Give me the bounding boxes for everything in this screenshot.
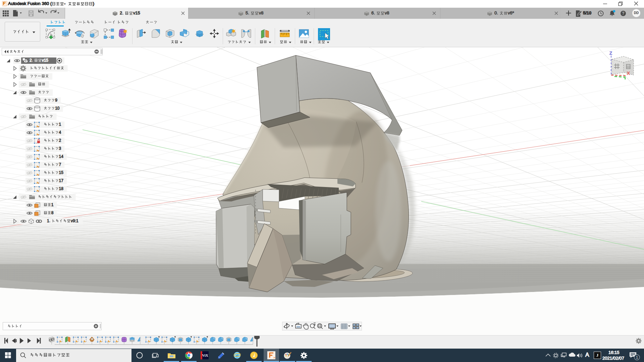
svg-text:Autodesk Fusion 360 (: Autodesk Fusion 360 ( bbox=[8, 1, 52, 6]
svg-text:7: 7 bbox=[59, 162, 61, 167]
svg-text:2: 2 bbox=[30, 58, 32, 63]
svg-text:v15: v15 bbox=[42, 58, 49, 63]
svg-text:v8: v8 bbox=[259, 10, 264, 15]
svg-text:v8: v8 bbox=[385, 10, 389, 15]
svg-text:1: 1 bbox=[636, 355, 638, 359]
svg-text:17: 17 bbox=[59, 178, 64, 183]
svg-text:0: 0 bbox=[494, 10, 497, 15]
svg-text:1: 1 bbox=[47, 219, 49, 223]
svg-text:5/10: 5/10 bbox=[583, 10, 591, 15]
svg-text:?: ? bbox=[622, 11, 624, 16]
svg-text:4: 4 bbox=[59, 130, 61, 135]
svg-text:1: 1 bbox=[59, 122, 61, 127]
svg-text:2: 2 bbox=[59, 138, 61, 143]
svg-text:Z: Z bbox=[609, 51, 612, 56]
svg-text:-: - bbox=[64, 1, 65, 6]
svg-text:14: 14 bbox=[59, 154, 64, 159]
svg-text:18: 18 bbox=[59, 186, 64, 191]
svg-text:v9:1: v9:1 bbox=[71, 219, 78, 223]
svg-text:3: 3 bbox=[59, 146, 61, 151]
svg-text:v15: v15 bbox=[133, 10, 140, 15]
svg-text:X: X bbox=[627, 71, 630, 76]
svg-text:8: 8 bbox=[51, 210, 54, 215]
svg-text:A: A bbox=[585, 352, 589, 358]
svg-text:v6*: v6* bbox=[508, 10, 514, 15]
svg-text:1: 1 bbox=[51, 202, 54, 207]
svg-text:2021/02/07: 2021/02/07 bbox=[602, 356, 624, 361]
svg-text:10: 10 bbox=[55, 106, 60, 111]
svg-text:6: 6 bbox=[371, 10, 374, 15]
svg-text:ViX: ViX bbox=[202, 353, 208, 357]
svg-text:360: 360 bbox=[273, 357, 276, 359]
svg-text:9: 9 bbox=[55, 98, 57, 103]
svg-text:16:15: 16:15 bbox=[608, 350, 620, 355]
svg-text:15: 15 bbox=[59, 170, 64, 175]
svg-text:): ) bbox=[93, 1, 94, 6]
svg-text:e: e bbox=[236, 352, 238, 359]
svg-text:5: 5 bbox=[246, 10, 248, 15]
svg-text:2: 2 bbox=[120, 10, 122, 15]
